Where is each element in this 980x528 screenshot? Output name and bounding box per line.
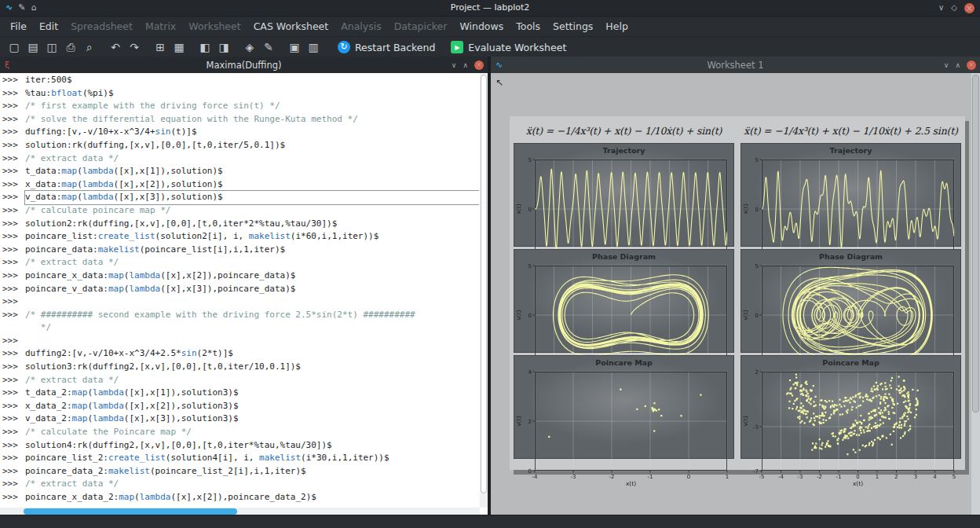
minimize-icon[interactable]: ∨ — [938, 2, 944, 13]
console-line: >>>duffing:[v,-v/10+x-x^3/4+sin(t)]$ — [2, 126, 479, 139]
close-icon[interactable]: × — [964, 3, 975, 13]
edit-tool-icon: ✎ — [264, 41, 273, 53]
new-spreadsheet-button[interactable]: ⊞ — [151, 38, 170, 56]
toolbar-separator — [188, 38, 196, 56]
float-icon[interactable]: ∧ — [955, 61, 960, 69]
console-code: /* solve the differential equation with … — [25, 113, 479, 126]
trajectory-2-plot[interactable]: Trajectory — [740, 143, 961, 247]
evaluate-worksheet-button[interactable]: ▶ Evaluate Worksheet — [443, 38, 574, 57]
maximize-icon[interactable]: ◇ — [951, 2, 957, 13]
console-vertical-scrollbar[interactable] — [480, 73, 488, 508]
equation-label-1[interactable]: ẍ(t) = −1/4x³(t) + x(t) − 1/10ẋ(t) + sin… — [514, 120, 734, 141]
poincare-1-plot[interactable]: Poincare Map — [514, 355, 734, 459]
toolbar-separator — [99, 38, 106, 56]
app-icon: ∿ — [5, 0, 13, 16]
main-toolbar: ▢▤◫⎙⌕↶↷⊞▦◧◨◈✎▣▥ ↻ Restart Backend ▶ Eval… — [0, 37, 980, 58]
console-line: >>>/* extract data */ — [2, 256, 479, 270]
new-workbook-button[interactable]: ▣ — [285, 38, 304, 56]
new-matrix-button[interactable]: ▦ — [170, 38, 188, 56]
console-prompt: >>> — [2, 361, 25, 374]
close-icon[interactable]: × — [474, 60, 484, 70]
console-code: poincare_list:create_list(solution2[i], … — [25, 230, 479, 244]
shade-icon[interactable]: ∨ — [452, 61, 457, 69]
console-line: >>>/* calculate poincare map */ — [2, 204, 479, 218]
console-line: >>>/* solve the differential equation wi… — [2, 113, 479, 126]
console-line: >>>poincare_v_data:map(lambda([x],x[3]),… — [2, 283, 479, 296]
worksheet-window: ∿ Worksheet 1 ∨∧× ↖ ẍ(t) = −1/4x³(t) + x… — [491, 57, 980, 515]
menu-edit[interactable]: Edit — [33, 16, 64, 36]
console-line: >>>v_data:map(lambda([x],x[3]),solution)… — [2, 191, 479, 204]
menu-datapicker: Datapicker — [388, 16, 454, 36]
menu-windows[interactable]: Windows — [453, 16, 510, 36]
poincare-2-plot[interactable]: Poincare Map — [740, 355, 961, 459]
trajectory-1-plot[interactable]: Trajectory — [514, 143, 734, 247]
maxima-icon: ξ — [5, 57, 9, 73]
console-prompt: >>> — [2, 139, 25, 152]
console-code: poincare_data:makelist(poincare_list[i],… — [25, 244, 479, 257]
console-horizontal-scrollbar-thumb[interactable] — [24, 508, 237, 515]
undo-icon: ↶ — [111, 41, 120, 53]
window-title: Project — labplot2 — [0, 0, 980, 16]
worksheet-window-controls: ∨∧× — [944, 60, 980, 70]
maxima-console[interactable]: >>>iter:500$>>>%tau:bfloat(%pi)$>>>/* fi… — [0, 73, 488, 515]
new-notebook-button[interactable]: ▥ — [304, 38, 323, 56]
print-icon: ⎙ — [66, 41, 75, 54]
redo-button[interactable]: ↷ — [125, 38, 144, 56]
restart-backend-button[interactable]: ↻ Restart Backend — [330, 38, 443, 57]
shade-icon[interactable]: ∨ — [944, 61, 949, 69]
plot-grid: ẍ(t) = −1/4x³(t) + x(t) − 1/10ẋ(t) + sin… — [514, 120, 961, 459]
new-document-button[interactable]: ▢ — [5, 38, 24, 56]
menu-tools[interactable]: Tools — [510, 16, 547, 36]
print-button[interactable]: ⎙ — [61, 38, 80, 56]
menu-file[interactable]: File — [4, 16, 33, 36]
window-titlebar[interactable]: ∿✎⌂ Project — labplot2 ∨◇× — [0, 0, 980, 16]
close-icon[interactable]: × — [967, 60, 976, 70]
edit-icon: ✎ — [18, 0, 25, 16]
console-prompt: >>> — [2, 100, 25, 113]
window-controls: ∨◇× — [938, 2, 980, 13]
float-icon[interactable]: ∧ — [463, 61, 468, 69]
console-line: >>>poincare_data_2:makelist(poincare_lis… — [2, 465, 479, 478]
worksheet-sheet[interactable]: ẍ(t) = −1/4x³(t) + x(t) − 1/10ẋ(t) + sin… — [510, 116, 965, 470]
save-document-button[interactable]: ◫ — [42, 38, 61, 56]
menu-analysis: Analysis — [335, 16, 388, 36]
datapicker-tool-button[interactable]: ◈ — [240, 38, 259, 56]
worksheet-vertical-scrollbar-thumb[interactable] — [972, 75, 979, 412]
toggle-project-explorer-button[interactable]: ◧ — [196, 38, 214, 56]
poincare-1-canvas — [514, 369, 733, 487]
worksheet-view[interactable]: ↖ ẍ(t) = −1/4x³(t) + x(t) − 1/10ẋ(t) + s… — [491, 73, 980, 515]
console-code: v_data_2:map(lambda([x],x[3]),solution3)… — [25, 412, 479, 426]
worksheet-window-titlebar[interactable]: ∿ Worksheet 1 ∨∧× — [491, 57, 980, 73]
toggle-properties-explorer-button[interactable]: ◨ — [214, 38, 233, 56]
console-vertical-scrollbar-thumb[interactable] — [481, 75, 487, 493]
console-prompt: >>> — [2, 309, 25, 322]
menu-settings[interactable]: Settings — [547, 16, 599, 36]
console-prompt: >>> — [2, 230, 25, 244]
console-prompt: >>> — [2, 218, 25, 231]
datapicker-tool-icon: ◈ — [246, 41, 254, 53]
worksheet-vertical-scrollbar[interactable] — [971, 73, 980, 515]
save-document-icon: ◫ — [46, 41, 57, 53]
console-line: >>>/* calculate the Poincare map */ — [2, 426, 479, 439]
print-preview-button[interactable]: ⌕ — [80, 38, 99, 56]
open-document-button[interactable]: ▤ — [24, 38, 42, 56]
menu-help[interactable]: Help — [599, 16, 634, 36]
console-prompt: >>> — [2, 244, 25, 257]
equation-label-2[interactable]: ẍ(t) = −1/4x³(t) + x(t) − 1/10ẋ(t) + 2.5… — [740, 120, 961, 141]
cas-window-titlebar[interactable]: ξ Maxima(Duffing) ∨∧× — [0, 57, 488, 73]
console-line: >>>solution3:rk(duffing2,[x,v],[0,0],[t,… — [2, 361, 479, 374]
restart-backend-label: Restart Backend — [355, 42, 435, 53]
console-prompt: >>> — [2, 439, 25, 453]
play-icon: ▶ — [451, 41, 463, 53]
console-line: >>>/* ########## second example with the… — [2, 309, 479, 322]
phase-2-plot[interactable]: Phase Diagram — [740, 249, 961, 353]
undo-button[interactable]: ↶ — [106, 38, 125, 56]
cas-worksheet-window: ξ Maxima(Duffing) ∨∧× >>>iter:500$>>>%ta… — [0, 57, 491, 515]
phase-1-plot[interactable]: Phase Diagram — [514, 249, 734, 353]
console-line: >>>x_data_2:map(lambda([x],x[2]),solutio… — [2, 400, 479, 413]
console-prompt: >>> — [2, 400, 25, 413]
edit-tool-button[interactable]: ✎ — [259, 38, 278, 56]
console-line: >>>t_data:map(lambda([x],x[1]),solution)… — [2, 165, 479, 178]
console-prompt: >>> — [2, 295, 25, 309]
menu-cas-worksheet[interactable]: CAS Worksheet — [247, 16, 335, 36]
